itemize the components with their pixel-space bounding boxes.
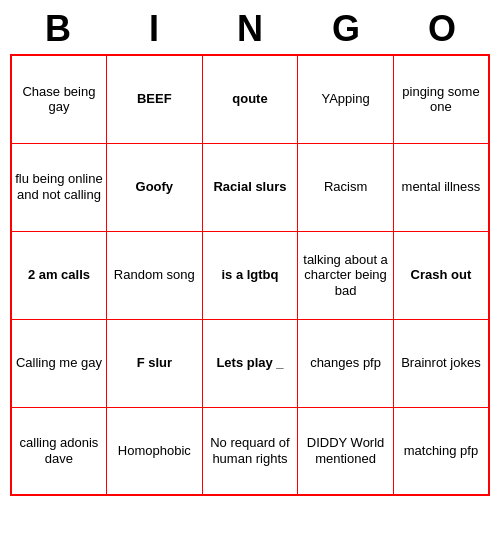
title-letter: G [302, 8, 390, 50]
bingo-cell: 2 am calls [11, 231, 106, 319]
bingo-cell: flu being online and not calling [11, 143, 106, 231]
bingo-cell: Homophobic [106, 407, 202, 495]
bingo-cell: changes pfp [298, 319, 394, 407]
table-row: 2 am callsRandom songis a lgtbqtalking a… [11, 231, 489, 319]
bingo-cell: DIDDY World mentioned [298, 407, 394, 495]
bingo-cell: Lets play _ [202, 319, 297, 407]
table-row: Calling me gayF slurLets play _changes p… [11, 319, 489, 407]
bingo-cell: Crash out [393, 231, 489, 319]
bingo-cell: pinging some one [393, 55, 489, 143]
table-row: calling adonis daveHomophobicNo requard … [11, 407, 489, 495]
bingo-cell: Racism [298, 143, 394, 231]
bingo-title: BINGO [10, 0, 490, 54]
table-row: Chase being gayBEEFqouteYAppingpinging s… [11, 55, 489, 143]
bingo-cell: Racial slurs [202, 143, 297, 231]
table-row: flu being online and not callingGoofyRac… [11, 143, 489, 231]
bingo-cell: calling adonis dave [11, 407, 106, 495]
bingo-cell: No requard of human rights [202, 407, 297, 495]
bingo-cell: Random song [106, 231, 202, 319]
bingo-cell: mental illness [393, 143, 489, 231]
bingo-cell: matching pfp [393, 407, 489, 495]
title-letter: N [206, 8, 294, 50]
bingo-cell: Chase being gay [11, 55, 106, 143]
bingo-cell: BEEF [106, 55, 202, 143]
bingo-cell: qoute [202, 55, 297, 143]
bingo-cell: Calling me gay [11, 319, 106, 407]
bingo-grid: Chase being gayBEEFqouteYAppingpinging s… [10, 54, 490, 496]
title-letter: I [110, 8, 198, 50]
bingo-cell: YApping [298, 55, 394, 143]
bingo-cell: is a lgtbq [202, 231, 297, 319]
bingo-cell: F slur [106, 319, 202, 407]
bingo-cell: Brainrot jokes [393, 319, 489, 407]
bingo-cell: Goofy [106, 143, 202, 231]
title-letter: O [398, 8, 486, 50]
bingo-cell: talking about a charcter being bad [298, 231, 394, 319]
title-letter: B [14, 8, 102, 50]
